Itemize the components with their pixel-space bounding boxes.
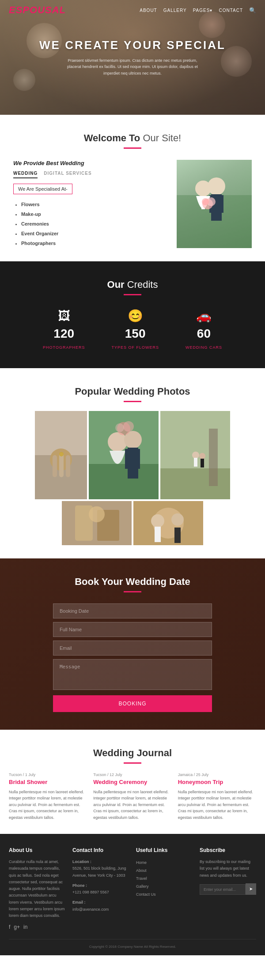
- tab-wedding[interactable]: WEDDING: [13, 171, 38, 178]
- nav-pages[interactable]: PAGES▾: [193, 8, 213, 13]
- tab-digital[interactable]: DIGITAL SERVICES: [44, 171, 91, 178]
- footer-about-title: About Us: [9, 847, 65, 853]
- svg-rect-44: [174, 528, 181, 543]
- journal-meta-1: Tucson / 1 July: [9, 773, 87, 777]
- svg-rect-12: [35, 455, 87, 499]
- booking-form: Booking: [53, 603, 212, 712]
- footer-links-list: Home About Travel Gallery Contact Us: [136, 859, 193, 898]
- list-item: Make-up: [21, 209, 168, 219]
- svg-rect-22: [128, 448, 138, 479]
- journal-underline: [124, 762, 141, 764]
- svg-rect-32: [194, 458, 197, 467]
- svg-point-42: [171, 513, 184, 526]
- photo-1[interactable]: [35, 411, 87, 499]
- credit-photographers: 🖼 120 PHOTOGRAPHERS: [43, 309, 85, 351]
- svg-point-38: [89, 506, 105, 522]
- svg-rect-18: [89, 411, 159, 499]
- welcome-underline: [124, 147, 141, 149]
- footer-email-input[interactable]: [200, 884, 246, 895]
- nav-gallery[interactable]: GALLERY: [163, 8, 187, 13]
- svg-point-25: [117, 422, 130, 435]
- photo-3[interactable]: [160, 411, 230, 499]
- list-item: Flowers: [21, 200, 168, 209]
- svg-point-27: [115, 423, 124, 432]
- footer-link-about[interactable]: About: [136, 867, 193, 874]
- svg-rect-29: [160, 468, 230, 499]
- footer-grid: About Us Curabitur nulla nula at amet, m…: [9, 847, 256, 930]
- journal-title: Wedding Journal: [9, 747, 256, 759]
- svg-rect-11: [35, 411, 87, 499]
- photographers-icon: 🖼: [43, 309, 85, 323]
- footer-location-label: Location : 5526, 501 block building, Jun…: [72, 859, 129, 879]
- journal-title-2[interactable]: Wedding Ceremony: [93, 779, 171, 785]
- list-item: Event Organizer: [21, 229, 168, 238]
- footer-contact-title: Contact Info: [72, 847, 129, 853]
- svg-point-33: [199, 453, 205, 459]
- booking-name-input[interactable]: [53, 622, 212, 637]
- nav-about[interactable]: ABOUT: [140, 8, 157, 13]
- footer-about: About Us Curabitur nulla nula at amet, m…: [9, 847, 65, 930]
- booking-section: Book Your Wedding Date Booking: [0, 558, 265, 730]
- footer-subscribe-button[interactable]: ➤: [246, 883, 256, 895]
- facebook-icon[interactable]: f: [9, 924, 10, 930]
- footer: About Us Curabitur nulla nula at amet, m…: [0, 834, 265, 955]
- specialised-label: We Are Specialised At-: [18, 186, 68, 192]
- svg-rect-15: [59, 453, 64, 477]
- hero-title: WE CREATE YOUR SPECIAL: [39, 38, 226, 52]
- svg-rect-5: [219, 195, 223, 213]
- svg-rect-14: [53, 455, 57, 477]
- footer-link-home[interactable]: Home: [136, 859, 193, 867]
- journal-text-3: Nulla pellentesque mi non laoreet eleife…: [178, 789, 256, 821]
- flowers-label: TYPES OF FLOWERS: [111, 345, 159, 350]
- welcome-list: Flowers Make-up Ceremonies Event Organiz…: [13, 200, 168, 248]
- photos-row1: [9, 411, 256, 499]
- flowers-count: 150: [111, 327, 159, 341]
- journal-title-1[interactable]: Bridal Shower: [9, 779, 87, 785]
- booking-submit-button[interactable]: Booking: [53, 695, 212, 712]
- booking-email-input[interactable]: [53, 641, 212, 656]
- footer-link-gallery[interactable]: Gallery: [136, 882, 193, 890]
- svg-point-13: [50, 449, 72, 471]
- logo[interactable]: ESPOUSAL: [9, 4, 66, 16]
- photo-5[interactable]: [133, 501, 203, 545]
- header: ESPOUSAL ABOUT GALLERY PAGES▾ CONTACT 🔍: [0, 0, 265, 20]
- footer-subscribe-title: Subscribe: [200, 847, 256, 853]
- nav: ABOUT GALLERY PAGES▾ CONTACT 🔍: [140, 7, 256, 14]
- svg-rect-39: [133, 501, 203, 545]
- welcome-subtitle: We Provide Best Wedding: [13, 160, 168, 166]
- journal-meta-2: Tucson / 12 July: [93, 773, 171, 777]
- linkedin-icon[interactable]: in: [23, 924, 27, 930]
- booking-message-input[interactable]: [53, 659, 212, 690]
- journal-card-2: Tucson / 12 July Wedding Ceremony Nulla …: [93, 773, 171, 821]
- footer-link-contact[interactable]: Contact Us: [136, 890, 193, 898]
- cars-count: 60: [186, 327, 222, 341]
- footer-phone: Phone : +121 098 8897 5567: [72, 882, 129, 896]
- svg-point-40: [153, 508, 184, 539]
- svg-rect-23: [125, 449, 129, 469]
- booking-underline: [124, 591, 141, 592]
- footer-links-title: Useful Links: [136, 847, 193, 853]
- footer-links: Useful Links Home About Travel Gallery C…: [136, 847, 193, 930]
- footer-link-travel[interactable]: Travel: [136, 874, 193, 882]
- journal-grid: Tucson / 1 July Bridal Shower Nulla pell…: [9, 773, 256, 821]
- list-item: Ceremonies: [21, 219, 168, 229]
- svg-point-17: [59, 452, 64, 456]
- photo-4[interactable]: [62, 501, 132, 545]
- cars-icon: 🚗: [186, 309, 222, 323]
- journal-section: Wedding Journal Tucson / 1 July Bridal S…: [0, 730, 265, 834]
- welcome-left: We Provide Best Wedding WEDDING DIGITAL …: [13, 160, 168, 248]
- svg-rect-36: [75, 505, 93, 541]
- photo-2[interactable]: [89, 411, 159, 499]
- footer-about-text: Curabitur nulla nula at amet, malesuada …: [9, 859, 65, 920]
- credits-section: Our Credits 🖼 120 PHOTOGRAPHERS 😊 150 TY…: [0, 261, 265, 368]
- svg-point-10: [202, 198, 209, 205]
- booking-date-input[interactable]: [53, 603, 212, 618]
- svg-rect-35: [62, 501, 132, 545]
- hero-description: Praesent sitivmet fermentum ipsum. Cras …: [62, 57, 203, 76]
- google-plus-icon[interactable]: g+: [14, 924, 20, 930]
- journal-text-2: Nulla pellentesque mi non laoreet eleife…: [93, 789, 171, 821]
- nav-contact[interactable]: CONTACT: [219, 8, 243, 13]
- search-icon[interactable]: 🔍: [249, 7, 256, 14]
- journal-title-3[interactable]: Honeymoon Trip: [178, 779, 256, 785]
- svg-rect-43: [155, 527, 161, 542]
